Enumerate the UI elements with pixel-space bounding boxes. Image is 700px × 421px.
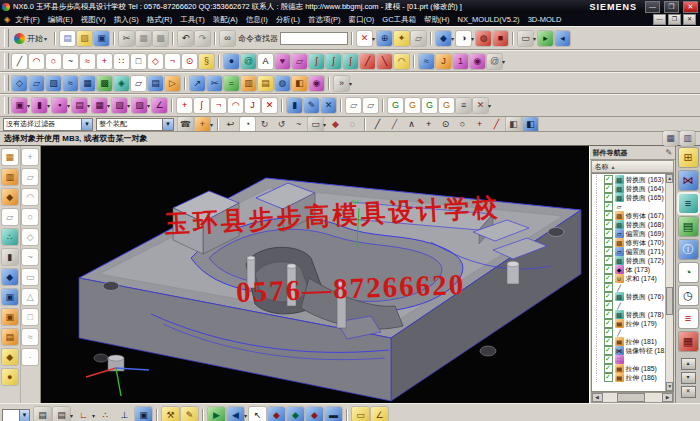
doc-close-button[interactable]: ✕: [683, 14, 696, 25]
web-browser-icon[interactable]: ⓘ: [679, 240, 698, 259]
select-chain-icon[interactable]: ☎: [178, 117, 193, 132]
sketch-task-icon[interactable]: ▦: [2, 149, 18, 165]
tree-vertical-scrollbar[interactable]: ▲ ▼: [665, 174, 673, 391]
scroll-up-icon[interactable]: ▲: [666, 174, 673, 183]
resource-scroll-down-button[interactable]: ▾: [681, 372, 696, 384]
spline-through-points-icon[interactable]: ≈: [80, 54, 95, 69]
feature-checkbox[interactable]: ✓: [604, 310, 613, 319]
view-combo-dropdown-icon[interactable]: ▼: [19, 410, 29, 421]
cam-roller-tool-icon[interactable]: ▮: [2, 249, 18, 265]
selection-scope-combo[interactable]: 整个装配 ▼: [96, 118, 174, 131]
orbit-point-icon[interactable]: ◌: [345, 117, 360, 132]
save-icon[interactable]: ▣: [94, 31, 109, 46]
pocket-dropdown-icon[interactable]: ▾: [87, 102, 90, 109]
project-curve-icon[interactable]: ʃ: [343, 54, 358, 69]
shaded-view-dropdown-icon[interactable]: ▾: [451, 35, 454, 42]
feature-checkbox[interactable]: ✓: [604, 211, 613, 220]
tree-column-header[interactable]: 名称 ▲: [591, 160, 675, 173]
swirl-curve-icon[interactable]: @: [241, 54, 256, 69]
cylinder-feature-dropdown-icon[interactable]: ▾: [47, 102, 50, 109]
bounded-plane-icon[interactable]: ▱: [131, 76, 146, 91]
app-menu-icon[interactable]: ◈: [4, 15, 10, 24]
menu-item[interactable]: 编辑(E): [44, 15, 77, 25]
swept-surface-icon[interactable]: ▱: [29, 76, 44, 91]
snap-existing-point-icon[interactable]: +: [472, 117, 487, 132]
move-object-icon[interactable]: ◆: [328, 117, 343, 132]
feature-checkbox[interactable]: ✓: [604, 202, 613, 211]
polygon-icon[interactable]: ◇: [148, 54, 163, 69]
menu-item[interactable]: GC工具箱: [378, 15, 420, 25]
command-finder-input[interactable]: [280, 32, 348, 45]
window-select-icon[interactable]: ▭: [518, 31, 533, 46]
aux-rect-tool-icon[interactable]: ▭: [22, 269, 38, 285]
mold-wizard-book-icon[interactable]: ▥: [2, 169, 18, 185]
mold-cavity-tool-icon[interactable]: ◆: [2, 189, 18, 205]
scroll-right-icon[interactable]: ▶: [662, 393, 673, 402]
aux-circle-tool-icon[interactable]: ○: [22, 209, 38, 225]
text-icon[interactable]: A: [258, 54, 273, 69]
layer-visible-b-icon[interactable]: G: [405, 98, 420, 113]
menu-item[interactable]: 格式(R): [143, 15, 176, 25]
restore-button[interactable]: ❐: [664, 1, 679, 13]
play-back-dropdown-icon[interactable]: ▾: [244, 412, 247, 419]
view-combo[interactable]: ▼: [2, 409, 30, 421]
aux-arc-tool-icon[interactable]: ◠: [22, 189, 38, 205]
arc-icon[interactable]: ◠: [29, 54, 44, 69]
point-set-icon[interactable]: ∷: [114, 54, 129, 69]
toolbar-grip[interactable]: [4, 75, 9, 91]
studio-spline-icon[interactable]: ~: [63, 54, 78, 69]
sheet-tool-b-icon[interactable]: ▱: [363, 98, 378, 113]
more-curve-dropdown-icon[interactable]: ▾: [502, 58, 505, 65]
analysis-bottle-icon[interactable]: ◍: [476, 31, 491, 46]
helix-icon[interactable]: §: [199, 54, 214, 69]
fillet-curve-icon[interactable]: ¬: [165, 54, 180, 69]
feature-checkbox[interactable]: ✓: [604, 292, 613, 301]
menu-item[interactable]: NX_MOULD(V5.2): [454, 15, 524, 25]
trim-body-dropdown-icon[interactable]: ▾: [127, 102, 130, 109]
feature-tree-item[interactable]: ✓▤拉伸 (179): [596, 319, 674, 328]
undo-icon[interactable]: ↶: [178, 31, 193, 46]
key-tool-b-icon[interactable]: ✎: [181, 407, 198, 421]
more-surface-icon[interactable]: »: [334, 76, 349, 91]
wrap-curve-icon[interactable]: ◠: [394, 54, 409, 69]
mold-slide-tool-icon[interactable]: ◆: [2, 349, 18, 365]
csys-triad-dropdown-icon[interactable]: ▾: [92, 412, 95, 419]
window-select-dropdown-icon[interactable]: ▾: [533, 35, 536, 42]
scroll-down-icon[interactable]: ▼: [666, 382, 673, 391]
toolbar-grip[interactable]: [4, 53, 9, 69]
menu-item[interactable]: 窗口(O): [345, 15, 379, 25]
remove-parameters-icon[interactable]: ✕: [321, 98, 336, 113]
start-menu-button[interactable]: 开始 ▾: [11, 33, 51, 44]
ellipse-icon[interactable]: ⊙: [182, 54, 197, 69]
more-surface-dropdown-icon[interactable]: ▾: [349, 80, 352, 87]
highlight-select-icon[interactable]: +: [195, 117, 210, 132]
feature-checkbox[interactable]: ✓: [604, 175, 613, 184]
layer-visible-d-icon[interactable]: G: [439, 98, 454, 113]
menu-item[interactable]: 插入(S): [110, 15, 143, 25]
extension-surface-icon[interactable]: ▷: [165, 76, 180, 91]
feature-checkbox[interactable]: ✓: [604, 337, 613, 346]
boss-dropdown-icon[interactable]: ▾: [67, 102, 70, 109]
save-plane-icon[interactable]: ▣: [135, 407, 152, 421]
feature-tree-item[interactable]: ✓⋈镜像特征 (182): [596, 346, 674, 355]
snap-arc-center-icon[interactable]: ⊙: [438, 117, 453, 132]
snap-quadrant-icon[interactable]: ○: [455, 117, 470, 132]
trim-body-icon[interactable]: ▧: [112, 98, 127, 113]
orient-view-icon[interactable]: ⊕: [377, 31, 392, 46]
pad-dropdown-icon[interactable]: ▾: [107, 102, 110, 109]
toolbar-grip[interactable]: [4, 29, 9, 47]
feature-tree-item[interactable]: ✓▧替换面 (176): [596, 292, 674, 301]
feature-checkbox[interactable]: ✓: [604, 301, 613, 310]
feature-checkbox[interactable]: ✓: [604, 184, 613, 193]
render-style-dropdown-icon[interactable]: ▾: [471, 35, 474, 42]
instance-geometry-icon[interactable]: 1: [453, 54, 468, 69]
snap-grid-icon[interactable]: ◧: [523, 117, 538, 132]
feature-checkbox[interactable]: ✓: [604, 355, 613, 364]
chamfer-icon[interactable]: ʃ: [194, 98, 209, 113]
thicken-icon[interactable]: ▥: [241, 76, 256, 91]
point-constellation-icon[interactable]: ∴: [97, 407, 114, 421]
fill-hole-icon[interactable]: ◍: [275, 76, 290, 91]
menu-item[interactable]: 信息(I): [242, 15, 272, 25]
aux-triangle-tool-icon[interactable]: △: [22, 289, 38, 305]
true-shading-icon[interactable]: ■: [493, 31, 508, 46]
